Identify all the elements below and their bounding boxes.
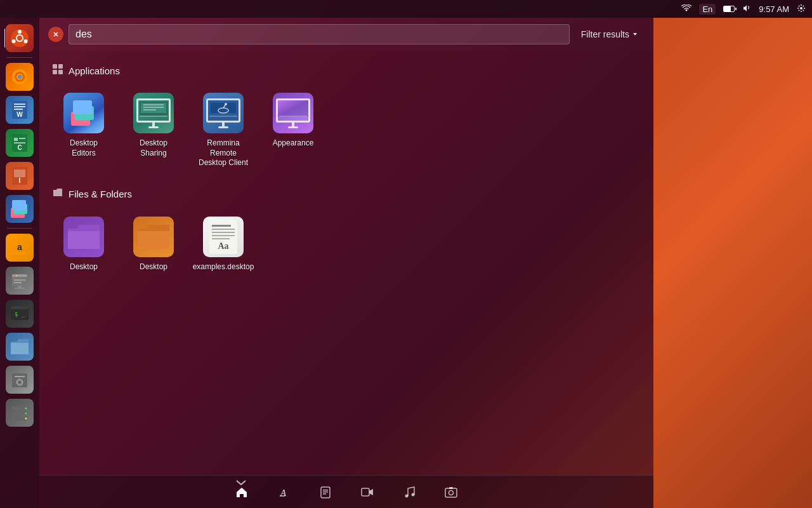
svg-rect-79 [212, 235, 235, 236]
app-label-appearance: Appearance [273, 138, 314, 149]
svg-text:C: C [17, 144, 22, 151]
launcher-item-impress[interactable]: I [4, 161, 35, 191]
app-item-desktop-purple[interactable]: Desktop [52, 210, 115, 279]
launcher-item-firefox[interactable] [4, 62, 35, 92]
launcher-item-ubuntu[interactable] [4, 23, 35, 53]
app-item-desktop-orange[interactable]: Desktop [122, 210, 185, 279]
right-panel [653, 18, 812, 508]
app-label-remmina: Remmina Remote Desktop Client [197, 138, 250, 168]
launcher-item-server[interactable] [4, 398, 35, 428]
applications-section-label: Applications [69, 65, 120, 76]
svg-point-42 [18, 381, 21, 384]
filter-applications-button[interactable]: A [272, 483, 295, 501]
search-close-button[interactable] [48, 27, 63, 42]
svg-rect-74 [138, 231, 169, 249]
files-section-header: Files & Folders [52, 187, 641, 201]
filter-bar: A [39, 475, 653, 508]
svg-point-2 [18, 30, 22, 34]
svg-point-4 [12, 39, 16, 43]
applications-section-header: Applications [52, 64, 641, 77]
results-area: Applications Desktop Editors [39, 51, 653, 475]
svg-rect-78 [212, 232, 235, 233]
launcher-item-desktop-editors[interactable] [4, 194, 35, 224]
filter-photos-button[interactable] [440, 483, 462, 501]
svg-rect-85 [323, 490, 328, 491]
svg-point-69 [225, 103, 227, 105]
svg-rect-17 [19, 138, 25, 139]
svg-rect-86 [323, 491, 328, 493]
launcher-item-system-tools[interactable] [4, 265, 35, 296]
collapse-panel-button[interactable] [236, 478, 246, 488]
files-section-label: Files & Folders [69, 189, 132, 199]
app-item-examples-desktop[interactable]: Aa examples.desktop [192, 210, 255, 279]
svg-rect-80 [212, 238, 230, 239]
app-item-remmina[interactable]: Remmina Remote Desktop Client [192, 86, 255, 175]
svg-point-29 [13, 275, 15, 276]
svg-rect-91 [445, 488, 457, 497]
svg-text:I: I [19, 177, 21, 184]
svg-rect-63 [143, 109, 156, 110]
svg-rect-55 [58, 70, 63, 74]
search-input[interactable] [75, 29, 563, 40]
launcher-item-disk[interactable] [4, 364, 35, 395]
topbar: En 9:57 AM [0, 0, 812, 18]
wifi-icon [681, 4, 691, 14]
svg-rect-44 [12, 411, 27, 415]
launcher-sidebar: W C I [0, 18, 39, 508]
svg-point-3 [24, 39, 28, 43]
app-item-desktop-editors[interactable]: Desktop Editors [52, 86, 115, 175]
filter-music-button[interactable] [398, 483, 421, 501]
svg-rect-45 [12, 417, 27, 420]
app-item-appearance[interactable]: Appearance [261, 86, 325, 175]
app-label-desktop-editors: Desktop Editors [57, 138, 110, 158]
svg-rect-88 [362, 488, 369, 496]
launcher-item-amazon[interactable]: a [4, 232, 35, 263]
app-label-desktop-orange: Desktop [140, 262, 167, 272]
launcher-item-calc[interactable]: C [4, 128, 35, 158]
svg-rect-35 [15, 288, 25, 289]
filter-files-button[interactable] [314, 483, 337, 501]
svg-point-47 [25, 413, 27, 415]
svg-rect-40 [15, 376, 25, 377]
filter-video-button[interactable] [356, 483, 379, 501]
filter-results-button[interactable]: Filter results [575, 25, 645, 43]
svg-point-0 [800, 7, 802, 10]
search-input-wrapper[interactable] [69, 24, 570, 44]
svg-rect-11 [14, 104, 25, 105]
svg-rect-61 [143, 104, 164, 105]
language-indicator[interactable]: En [699, 4, 716, 15]
svg-point-9 [18, 75, 22, 79]
svg-text:a: a [17, 242, 22, 252]
svg-rect-37 [11, 306, 29, 309]
svg-rect-18 [14, 142, 25, 144]
applications-grid: Desktop Editors [52, 86, 641, 175]
svg-rect-34 [18, 286, 22, 288]
svg-rect-32 [14, 279, 25, 281]
settings-icon[interactable] [797, 4, 806, 15]
svg-rect-33 [14, 282, 22, 283]
svg-point-92 [449, 490, 454, 495]
svg-text:W: W [16, 111, 23, 118]
svg-point-46 [25, 408, 27, 410]
volume-icon[interactable] [742, 4, 751, 15]
svg-rect-21 [14, 170, 25, 177]
svg-rect-13 [14, 109, 23, 110]
svg-rect-87 [323, 493, 326, 495]
svg-text:$ _: $ _ [15, 311, 25, 318]
search-bar: Filter results [39, 18, 653, 51]
svg-rect-58 [73, 100, 92, 114]
launcher-divider [7, 57, 32, 58]
svg-point-90 [412, 493, 415, 496]
svg-rect-54 [53, 70, 57, 74]
svg-rect-71 [278, 100, 308, 117]
launcher-item-writer[interactable]: W [4, 95, 35, 125]
svg-point-31 [18, 275, 20, 276]
app-item-desktop-sharing[interactable]: Desktop Sharing [122, 86, 185, 175]
svg-rect-73 [68, 231, 100, 249]
svg-text:Aa: Aa [218, 241, 228, 251]
svg-rect-76 [212, 225, 231, 227]
launcher-item-terminal[interactable]: $ _ [4, 298, 35, 329]
svg-point-48 [25, 418, 27, 420]
svg-rect-62 [143, 107, 164, 108]
launcher-item-files[interactable] [4, 331, 35, 362]
